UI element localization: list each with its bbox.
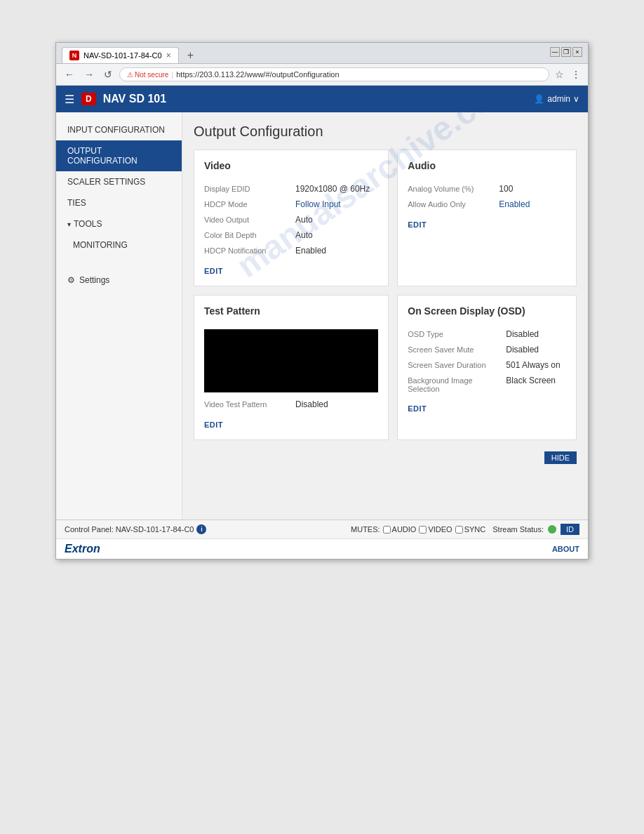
audio-card-title: Audio: [408, 160, 566, 176]
osd-type-value: Disabled: [506, 329, 539, 339]
color-bit-depth-label: Color Bit Depth: [204, 230, 295, 239]
reload-button[interactable]: ↺: [101, 67, 115, 81]
tab-title: NAV-SD-101-17-84-C0: [83, 51, 162, 60]
user-icon: 👤: [534, 94, 544, 104]
sidebar-item-ties[interactable]: TIES: [56, 192, 182, 213]
test-pattern-edit-button[interactable]: EDIT: [204, 421, 223, 429]
back-button[interactable]: ←: [62, 67, 77, 81]
sync-mute-label: SYNC: [464, 525, 486, 534]
display-edid-label: Display EDID: [204, 184, 295, 193]
sidebar-item-monitoring[interactable]: MONITORING: [56, 234, 182, 256]
user-menu[interactable]: 👤 admin ∨: [534, 94, 579, 104]
field-hdcp-notification: HDCP Notification Enabled: [204, 246, 378, 256]
tab-close-button[interactable]: ×: [166, 51, 171, 60]
display-edid-value: 1920x1080 @ 60Hz: [295, 184, 370, 194]
window-close-button[interactable]: ×: [572, 47, 582, 57]
id-button[interactable]: ID: [561, 524, 579, 535]
app-footer: Control Panel: NAV-SD-101-17-84-C0 i MUT…: [56, 519, 588, 538]
video-test-pattern-value: Disabled: [295, 399, 328, 409]
field-screen-saver-mute: Screen Saver Mute Disabled: [408, 345, 566, 355]
main-content: manualsarchive.com Output Configuration …: [182, 112, 588, 519]
field-background-image: Background Image Selection Black Screen: [408, 376, 566, 393]
extron-bar: Extron ABOUT: [56, 538, 588, 559]
field-allow-audio-only: Allow Audio Only Enabled: [408, 199, 566, 209]
hdcp-mode-value: Follow Input: [295, 199, 341, 209]
audio-mute-checkbox[interactable]: AUDIO: [383, 525, 417, 534]
settings-gear-icon: ⚙: [67, 275, 75, 285]
osd-card-title: On Screen Display (OSD): [408, 305, 566, 321]
test-pattern-title: Test Pattern: [204, 305, 378, 321]
sidebar-item-scaler-settings[interactable]: SCALER SETTINGS: [56, 171, 182, 192]
security-warning: ⚠ Not secure: [127, 71, 168, 79]
url-text: https://203.0.113.22/www/#/outputConfigu…: [176, 70, 339, 79]
field-display-edid: Display EDID 1920x1080 @ 60Hz: [204, 184, 378, 194]
field-screen-saver-duration: Screen Saver Duration 501 Always on: [408, 360, 566, 370]
video-card: Video Display EDID 1920x1080 @ 60Hz HDCP…: [194, 150, 389, 286]
forward-button[interactable]: →: [81, 67, 97, 81]
osd-card: On Screen Display (OSD) OSD Type Disable…: [397, 295, 577, 440]
screen-saver-duration-value: 501 Always on: [506, 360, 560, 370]
sidebar-item-input-configuration[interactable]: INPUT CONFIGURATION: [56, 119, 182, 140]
osd-type-label: OSD Type: [408, 329, 506, 338]
allow-audio-only-label: Allow Audio Only: [408, 199, 499, 208]
osd-edit-button[interactable]: EDIT: [408, 404, 427, 413]
video-mute-checkbox[interactable]: VIDEO: [419, 525, 452, 534]
user-caret-icon: ∨: [573, 94, 579, 104]
background-image-value: Black Screen: [506, 376, 556, 385]
hdcp-notification-value: Enabled: [295, 246, 326, 256]
video-test-pattern-label: Video Test Pattern: [204, 399, 295, 409]
mutes-label: MUTES:: [351, 525, 380, 534]
more-button[interactable]: ⋮: [570, 67, 582, 81]
sidebar-item-settings[interactable]: ⚙ Settings: [56, 270, 182, 291]
about-button[interactable]: ABOUT: [552, 545, 579, 553]
audio-edit-button[interactable]: EDIT: [408, 220, 427, 229]
video-mute-label: VIDEO: [428, 525, 452, 534]
color-bit-depth-value: Auto: [295, 230, 313, 240]
window-minimize-button[interactable]: —: [550, 47, 560, 57]
allow-audio-only-value: Enabled: [499, 199, 530, 209]
app-title: NAV SD 101: [103, 93, 528, 105]
sidebar-item-tools[interactable]: ▾ TOOLS: [56, 213, 182, 234]
video-edit-button[interactable]: EDIT: [204, 267, 223, 275]
screen-saver-duration-label: Screen Saver Duration: [408, 360, 506, 369]
app-header: ☰ D NAV SD 101 👤 admin ∨: [56, 86, 588, 112]
video-card-title: Video: [204, 160, 378, 176]
test-pattern-card: Test Pattern Video Test Pattern Disabled…: [194, 295, 389, 440]
audio-card: Audio Analog Volume (%) 100 Allow Audio …: [397, 150, 577, 286]
field-analog-volume: Analog Volume (%) 100: [408, 184, 566, 194]
info-icon[interactable]: i: [196, 524, 206, 534]
menu-button[interactable]: ☰: [65, 93, 74, 106]
video-mute-input[interactable]: [419, 526, 427, 534]
hdcp-mode-label: HDCP Mode: [204, 199, 295, 208]
mutes-section: MUTES: AUDIO VIDEO SYNC: [351, 525, 485, 534]
browser-tab[interactable]: N NAV-SD-101-17-84-C0 ×: [62, 47, 179, 63]
hide-button[interactable]: HIDE: [544, 451, 577, 464]
sync-mute-checkbox[interactable]: SYNC: [455, 525, 486, 534]
stream-status-label: Stream Status:: [492, 525, 544, 534]
url-bar[interactable]: ⚠ Not secure | https://203.0.113.22/www/…: [119, 67, 549, 81]
video-output-label: Video Output: [204, 215, 295, 224]
sidebar: INPUT CONFIGURATION OUTPUT CONFIGURATION…: [56, 112, 182, 519]
bookmark-button[interactable]: ☆: [554, 67, 565, 81]
sidebar-item-output-configuration[interactable]: OUTPUT CONFIGURATION: [56, 140, 182, 171]
tools-collapse-icon: ▾: [67, 220, 71, 228]
background-image-label: Background Image Selection: [408, 376, 506, 393]
logo-badge: D: [81, 93, 96, 105]
window-restore-button[interactable]: ❐: [561, 47, 571, 57]
audio-mute-label: AUDIO: [392, 525, 417, 534]
hdcp-notification-label: HDCP Notification: [204, 246, 295, 255]
field-color-bit-depth: Color Bit Depth Auto: [204, 230, 378, 240]
sync-mute-input[interactable]: [455, 526, 463, 534]
stream-status: Stream Status: ID: [492, 524, 579, 535]
new-tab-button[interactable]: +: [183, 49, 198, 62]
user-label: admin: [547, 94, 570, 104]
tab-favicon: N: [69, 51, 79, 60]
analog-volume-label: Analog Volume (%): [408, 184, 499, 193]
control-panel-label: Control Panel: NAV-SD-101-17-84-C0: [65, 525, 194, 534]
video-output-value: Auto: [295, 215, 313, 225]
test-pattern-preview: [204, 329, 378, 392]
page-title: Output Configuration: [194, 124, 577, 140]
field-video-test-pattern: Video Test Pattern Disabled: [204, 399, 378, 409]
screen-saver-mute-value: Disabled: [506, 345, 539, 355]
audio-mute-input[interactable]: [383, 526, 391, 534]
